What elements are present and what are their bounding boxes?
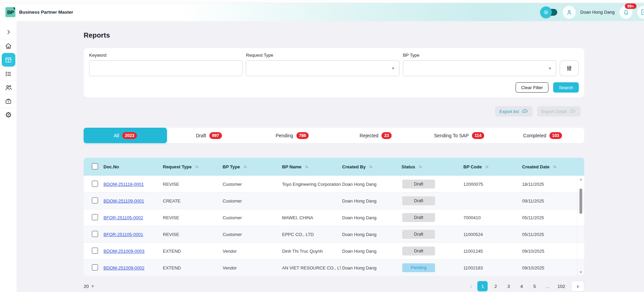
sidebar-item-users-icon[interactable] <box>0 81 17 94</box>
select-all-checkbox[interactable] <box>92 163 98 169</box>
status-badge: Draft <box>402 230 435 239</box>
doc-link[interactable]: BFOR-251105-0001 <box>103 232 143 237</box>
cell-created-by: Doan Hong Dang <box>342 249 402 254</box>
page-button-2[interactable]: 2 <box>490 281 501 291</box>
cell-created-date: 18/11/2025 <box>522 182 584 187</box>
sort-icon[interactable]: ↑↓ <box>243 164 246 169</box>
sidebar-item-home-icon[interactable] <box>0 39 17 53</box>
next-page-chevron-icon[interactable]: › <box>571 281 584 292</box>
doc-link[interactable]: BFOR-251105-0002 <box>103 215 143 220</box>
export-list-button[interactable]: Export list <box>495 106 533 116</box>
clear-filter-button[interactable]: Clear Filter <box>516 82 548 93</box>
keyword-input[interactable] <box>89 60 242 76</box>
page-size-select[interactable]: 20 ▼ <box>84 284 95 289</box>
tab-completed[interactable]: Completed 103 <box>501 128 584 143</box>
page-button-4[interactable]: 4 <box>516 281 527 291</box>
tab-pending[interactable]: Pending 786 <box>251 128 334 143</box>
row-checkbox[interactable] <box>92 231 98 237</box>
doc-link[interactable]: BDOM-251009-0003 <box>103 249 144 254</box>
user-name: Doan Hong Dang <box>580 10 615 15</box>
table-scrollbar[interactable]: ▲ ▼ <box>578 178 583 274</box>
cell-created-date: 05/11/2025 <box>522 232 584 237</box>
row-checkbox[interactable] <box>92 248 98 254</box>
status-badge: Draft <box>402 196 435 205</box>
row-checkbox[interactable] <box>92 197 98 204</box>
row-checkbox[interactable] <box>92 264 98 270</box>
export-detail-label: Export Detail <box>542 109 567 114</box>
tab-count-badge: 2023 <box>122 132 137 139</box>
scrollbar-track[interactable] <box>579 181 583 270</box>
sun-icon <box>540 6 552 18</box>
sidebar-item-reports-icon[interactable] <box>2 53 15 67</box>
app-logo: BP <box>5 7 15 17</box>
page-button-5[interactable]: 5 <box>529 281 540 291</box>
sidebar-item-business-icon[interactable] <box>0 94 17 108</box>
reports-table: Doc.No Request Type↑↓ BP Type↑↓ BP Name↑… <box>84 158 584 276</box>
sort-icon[interactable]: ↑↓ <box>553 164 556 169</box>
cell-request-type: EXTEND <box>163 249 223 254</box>
table-row[interactable]: BFOR-251105-0001 REVISE Customer EPPC CO… <box>84 226 584 242</box>
theme-toggle[interactable] <box>540 8 558 17</box>
tab-draft[interactable]: Draft 997 <box>167 128 250 143</box>
prev-page-chevron-icon[interactable]: ‹ <box>467 283 475 290</box>
sidebar-item-list-icon[interactable] <box>0 67 17 81</box>
search-button[interactable]: Search <box>553 82 579 93</box>
col-status: Status <box>402 164 415 169</box>
page-button-1[interactable]: 1 <box>477 281 488 291</box>
row-checkbox[interactable] <box>92 181 98 187</box>
scroll-up-icon[interactable]: ▲ <box>579 178 583 181</box>
sidebar-item-settings-icon[interactable]: ⚙ <box>0 108 17 122</box>
export-list-label: Export list <box>500 109 519 114</box>
user-avatar[interactable] <box>563 6 576 19</box>
sort-icon[interactable]: ↑↓ <box>195 164 198 169</box>
table-row[interactable]: BFOR-251105-0002 REVISE Customer MAWEI, … <box>84 209 584 226</box>
app-header: BP Business Partner Master Doan Hong Dan… <box>0 3 644 21</box>
table-header-row: Doc.No Request Type↑↓ BP Type↑↓ BP Name↑… <box>84 158 584 176</box>
col-request-type: Request Type <box>163 164 192 169</box>
sort-icon[interactable]: ↑↓ <box>419 164 421 169</box>
bp-type-label: BP Type <box>403 53 556 58</box>
scroll-down-icon[interactable]: ▼ <box>579 270 583 274</box>
status-tabs: All 2023 Draft 997 Pending 786 Rejected … <box>84 128 584 143</box>
sort-icon[interactable]: ↑↓ <box>305 164 308 169</box>
col-doc-no: Doc.No <box>103 164 119 169</box>
page-button-3[interactable]: 3 <box>503 281 514 291</box>
page-button-102[interactable]: 102 <box>555 281 567 291</box>
doc-link[interactable]: BDOM-251118-0001 <box>103 182 144 187</box>
table-row[interactable]: BDOM-251009-0002 EXTEND Vendor AN VIET R… <box>84 259 584 276</box>
scrollbar-thumb[interactable] <box>579 189 582 214</box>
chevron-down-icon: ▼ <box>391 66 395 70</box>
window-top-strip <box>0 0 644 3</box>
tab-label: Rejected <box>360 133 378 138</box>
export-detail-button[interactable]: Export Detail <box>537 106 580 116</box>
sidebar-expand-chevron-icon[interactable] <box>0 25 17 39</box>
table-row[interactable]: BDOM-251009-0003 EXTEND Vendor Dinh Thi … <box>84 242 584 259</box>
logout-icon[interactable] <box>637 6 644 19</box>
sliders-icon <box>566 65 573 72</box>
tab-sending-to-sap[interactable]: Sending To SAP 114 <box>417 128 501 143</box>
sort-icon[interactable]: ↑↓ <box>369 164 372 169</box>
doc-link[interactable]: BDOM-251009-0002 <box>103 265 144 270</box>
cell-bp-type: Customer <box>223 215 282 220</box>
tab-label: All <box>114 133 119 138</box>
status-badge: Draft <box>402 180 435 189</box>
request-type-select[interactable]: ▼ <box>246 60 399 76</box>
request-type-label: Request Type <box>246 53 399 58</box>
row-checkbox[interactable] <box>92 214 98 220</box>
tab-rejected[interactable]: Rejected 23 <box>334 128 417 143</box>
sort-icon[interactable]: ↑↓ <box>485 164 488 169</box>
table-row[interactable]: BDOM-251118-0001 REVISE Customer Toyo En… <box>84 176 584 192</box>
doc-link[interactable]: BDOM-251109-0001 <box>103 198 144 204</box>
tab-count-badge: 103 <box>549 132 562 139</box>
bp-type-select[interactable]: ▼ <box>403 60 556 76</box>
tab-all[interactable]: All 2023 <box>84 128 167 143</box>
advanced-filter-button[interactable] <box>560 60 579 76</box>
tab-label: Sending To SAP <box>434 133 469 138</box>
chevron-down-icon: ▼ <box>548 66 552 70</box>
table-row[interactable]: BDOM-251109-0001 CREATE Customer Doan Ho… <box>84 192 584 209</box>
tab-count-badge: 23 <box>381 132 392 139</box>
main-content: Reports Keyword Request Type ▼ <box>17 21 644 292</box>
sidebar: ⚙ <box>0 21 17 292</box>
cell-bp-code: 11001245 <box>463 249 522 254</box>
col-bp-code: BP Code <box>463 164 482 169</box>
